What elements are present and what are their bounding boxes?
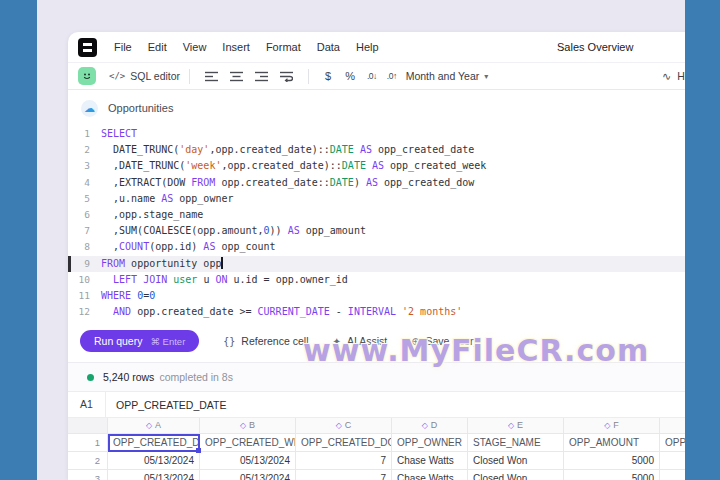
grid-cell[interactable]: OPP_OWNER — [392, 434, 468, 452]
grid-corner-cell[interactable] — [68, 418, 108, 434]
grid-cell[interactable]: 5000 — [564, 452, 660, 470]
line-number: 9 — [68, 256, 90, 272]
column-header-d[interactable]: ◇D — [392, 418, 468, 434]
row-number[interactable]: 1 — [68, 434, 108, 452]
menu-item-format[interactable]: Format — [266, 41, 301, 53]
menu-item-data[interactable]: Data — [317, 41, 340, 53]
date-grouping-value: Month and Year — [406, 70, 480, 82]
run-query-button[interactable]: Run query ⌘ Enter — [80, 330, 199, 352]
grid-cell[interactable]: Closed Won — [468, 452, 564, 470]
diamond-icon: ◇ — [508, 421, 514, 430]
column-header-e[interactable]: ◇E — [468, 418, 564, 434]
sql-line[interactable]: 8 ,COUNT(opp.id) AS opp_count — [68, 239, 720, 255]
grid-cell[interactable]: Closed Won — [468, 470, 564, 480]
menu-bar: FileEditViewInsertFormatDataHelp Sales O… — [68, 32, 720, 62]
table-row: 205/13/202405/13/20247Chase WattsClosed … — [68, 452, 720, 470]
diamond-icon: ◇ — [422, 421, 428, 430]
app-logo-icon[interactable] — [78, 38, 97, 57]
grid-cell[interactable]: 7 — [296, 452, 392, 470]
text-wrap-icon[interactable] — [280, 71, 293, 82]
align-center-icon[interactable] — [230, 71, 243, 82]
document-title: Sales Overview — [557, 41, 633, 53]
grid-cell[interactable]: Chase Watts — [392, 452, 468, 470]
align-left-icon[interactable] — [205, 71, 218, 82]
percent-format-icon[interactable]: % — [345, 70, 355, 82]
text-cursor — [221, 257, 223, 269]
reference-cell-button[interactable]: {} Reference cell — [223, 335, 308, 347]
column-header-b[interactable]: ◇B — [200, 418, 296, 434]
sql-line[interactable]: 5 ,u.name AS opp_owner — [68, 191, 720, 207]
diamond-icon: ◇ — [146, 421, 152, 430]
braces-icon: {} — [223, 336, 235, 347]
decimal-decrease-icon[interactable]: .0↓ — [367, 71, 377, 81]
sql-line[interactable]: 2 DATE_TRUNC('day',opp.created_date)::DA… — [68, 142, 720, 158]
sql-line[interactable]: 12 AND opp.created_date >= CURRENT_DATE … — [68, 304, 720, 320]
line-number: 3 — [68, 158, 90, 174]
decimal-increase-icon[interactable]: .0↑ — [387, 71, 397, 81]
column-header-f[interactable]: ◇F — [564, 418, 660, 434]
sql-line[interactable]: 10 LEFT JOIN user u ON u.id = opp.owner_… — [68, 272, 720, 288]
sql-line[interactable]: 3 ,DATE_TRUNC('week',opp.created_date)::… — [68, 158, 720, 174]
row-number[interactable]: 3 — [68, 470, 108, 480]
spreadsheet-grid: ◇A◇B◇C◇D◇E◇F◇G1OPP_CREATED_DAOPP_CREATED… — [68, 418, 720, 480]
line-number: 10 — [68, 272, 90, 288]
grid-cell[interactable]: OPP_CREATED_WE — [200, 434, 296, 452]
grid-cell[interactable]: 05/13/2024 — [108, 470, 200, 480]
table-row: 305/13/202405/13/20247Chase WattsClosed … — [68, 470, 720, 480]
sql-editor[interactable]: 1SELECT2 DATE_TRUNC('day',opp.created_da… — [68, 126, 720, 320]
currency-format-icon[interactable]: $ — [325, 70, 331, 82]
grid-cell[interactable]: 05/13/2024 — [200, 470, 296, 480]
sql-editor-mode-label[interactable]: SQL editor — [130, 70, 180, 82]
line-number: 7 — [68, 223, 90, 239]
grid-cell[interactable]: 05/13/2024 — [200, 452, 296, 470]
row-number[interactable]: 2 — [68, 452, 108, 470]
column-header-c[interactable]: ◇C — [296, 418, 392, 434]
diamond-icon: ◇ — [240, 421, 246, 430]
sql-line[interactable]: 11WHERE 0=0 — [68, 288, 720, 304]
grid-cell[interactable]: 05/13/2024 — [108, 452, 200, 470]
grid-cell[interactable]: OPP_CREATED_DO — [296, 434, 392, 452]
line-number: 4 — [68, 175, 90, 191]
grid-cell[interactable]: OPP_CREATED_DA — [108, 434, 200, 452]
table-row: 1OPP_CREATED_DAOPP_CREATED_WEOPP_CREATED… — [68, 434, 720, 452]
app-window: FileEditViewInsertFormatDataHelp Sales O… — [68, 32, 720, 480]
line-number: 6 — [68, 207, 90, 223]
toolbar: </> SQL editor $ % .0↓ .0↑ Month and Yea… — [68, 62, 720, 90]
run-query-shortcut: ⌘ Enter — [150, 336, 185, 347]
diamond-icon: ◇ — [604, 421, 610, 430]
column-header-a[interactable]: ◇A — [108, 418, 200, 434]
menu-item-view[interactable]: View — [183, 41, 207, 53]
grid-cell[interactable]: OPP_AMOUNT — [564, 434, 660, 452]
cell-face-icon[interactable] — [78, 67, 96, 85]
align-right-icon[interactable] — [255, 71, 268, 82]
menu-item-file[interactable]: File — [114, 41, 132, 53]
sql-line[interactable]: 4 ,EXTRACT(DOW FROM opp.created_date::DA… — [68, 175, 720, 191]
cell-reference[interactable]: A1 — [68, 392, 106, 417]
sql-line[interactable]: 1SELECT — [68, 126, 720, 142]
watermark-text: www.MyFileCR.com — [303, 333, 649, 368]
menu-item-edit[interactable]: Edit — [148, 41, 167, 53]
code-icon: </> — [109, 71, 125, 81]
toolbar-separator — [308, 69, 309, 84]
grid-cell[interactable]: 5000 — [564, 470, 660, 480]
sql-line[interactable]: 9FROM opportunity opp — [68, 256, 720, 272]
toolbar-separator — [189, 69, 190, 84]
source-name[interactable]: Opportunities — [108, 102, 173, 114]
grid-cell[interactable]: STAGE_NAME — [468, 434, 564, 452]
menu-item-insert[interactable]: Insert — [222, 41, 250, 53]
grid-cell[interactable]: 7 — [296, 470, 392, 480]
grid-cell[interactable]: Chase Watts — [392, 470, 468, 480]
source-row: ☁ Opportunities — [68, 90, 720, 126]
line-number: 1 — [68, 126, 90, 142]
right-frame-stripe — [685, 0, 720, 480]
menu-items: FileEditViewInsertFormatDataHelp — [114, 41, 395, 53]
sql-line[interactable]: 6 ,opp.stage_name — [68, 207, 720, 223]
sql-line[interactable]: 7 ,SUM(COALESCE(opp.amount,0)) AS opp_am… — [68, 223, 720, 239]
menu-item-help[interactable]: Help — [356, 41, 379, 53]
line-number: 11 — [68, 288, 90, 304]
formula-value[interactable]: OPP_CREATED_DATE — [116, 399, 226, 411]
salesforce-cloud-icon: ☁ — [81, 100, 98, 117]
date-grouping-dropdown[interactable]: Month and Year ▾ — [406, 70, 489, 82]
screenshot-stage: FileEditViewInsertFormatDataHelp Sales O… — [0, 0, 720, 480]
history-icon: ∿ — [662, 70, 671, 83]
